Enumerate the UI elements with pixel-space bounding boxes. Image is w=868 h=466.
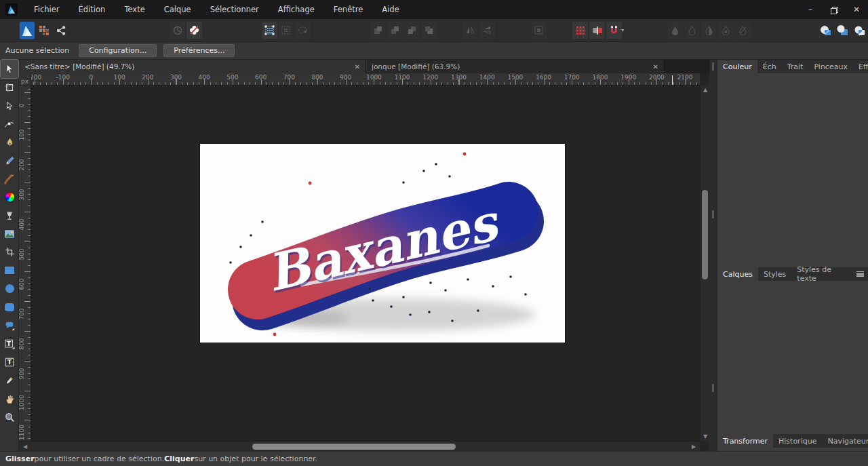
color-tab-effets[interactable]: Effets — [853, 60, 868, 73]
flip-horizontal-button[interactable] — [462, 22, 478, 39]
window-controls: – ✕ — [799, 0, 868, 19]
document-tab-sans[interactable]: <Sans titre> [Modifié] (49.7%)✕ — [19, 60, 366, 73]
ellipse-tool[interactable] — [1, 279, 18, 298]
fill-mode-button-4[interactable] — [718, 22, 734, 39]
hruler-label: 1400 — [479, 74, 495, 81]
move-backward-button[interactable] — [404, 22, 420, 39]
custom-shape-tool[interactable] — [1, 316, 18, 334]
move-to-back-button[interactable] — [421, 22, 437, 39]
snapping-caret-icon[interactable]: ▾ — [621, 27, 624, 33]
insert-behind-button[interactable] — [531, 22, 547, 39]
view-tool[interactable] — [1, 389, 18, 408]
pixel-persona-icon — [39, 25, 50, 36]
scroll-up-arrow[interactable]: ▲ — [701, 87, 710, 93]
fill-mode-button-3[interactable] — [701, 22, 717, 39]
pixel-persona-button[interactable] — [36, 22, 52, 39]
pen-tool[interactable] — [1, 133, 18, 151]
fill-mode-button-5[interactable] — [735, 22, 751, 39]
ruler-unit-corner[interactable]: px — [19, 73, 31, 85]
designer-persona-button[interactable] — [20, 22, 35, 39]
tab-title: jonque [Modifié] (63.9%) — [372, 62, 460, 71]
rounded-rectangle-tool[interactable] — [1, 298, 18, 316]
horizontal-scroll-thumb[interactable] — [252, 444, 456, 450]
marquee-drag-select-button[interactable] — [262, 22, 277, 39]
boolean-subtract-icon — [836, 24, 850, 37]
color-tab-ech[interactable]: Éch — [757, 60, 782, 73]
lasso-select-button[interactable] — [295, 22, 311, 39]
vertical-scrollbar[interactable]: ▲ ▼ — [700, 85, 709, 441]
menu-aide[interactable]: Aide — [372, 0, 408, 19]
point-transform-tool[interactable] — [1, 115, 18, 133]
vruler-label: 0 — [19, 98, 25, 112]
workspace: TT <Sans titre> [Modifié] (49.7%)✕jonque… — [0, 60, 868, 451]
restore-button[interactable] — [822, 0, 845, 19]
horizontal-scrollbar[interactable]: ◀ ▶ — [19, 441, 700, 451]
fill-tool[interactable] — [1, 188, 18, 206]
artboard-tool[interactable] — [1, 78, 18, 96]
layers-panel-menu-icon[interactable] — [856, 271, 864, 277]
marquee-touch-select-button[interactable] — [279, 22, 294, 39]
transform-tab-historique[interactable]: Historique — [773, 434, 822, 448]
pencil-tool[interactable] — [1, 151, 18, 170]
rectangle-tool[interactable] — [1, 261, 18, 279]
menu-fichier[interactable]: Fichier — [24, 0, 69, 19]
vruler-label: 300 — [19, 188, 25, 201]
export-persona-button[interactable] — [53, 22, 68, 39]
move-to-front-button[interactable] — [370, 22, 386, 39]
svg-text:T: T — [7, 340, 11, 347]
color-tab-couleur[interactable]: Couleur — [717, 60, 757, 73]
menu-affichage[interactable]: Affichage — [269, 0, 324, 19]
artboard[interactable]: Baxanes Baxanes — [200, 144, 565, 343]
boolean-add-button[interactable] — [818, 22, 833, 39]
menu-calque[interactable]: Calque — [155, 0, 201, 19]
layers-tab-calques[interactable]: Calques — [717, 267, 758, 281]
node-tool[interactable] — [1, 96, 18, 115]
guides-manager-button[interactable] — [589, 22, 605, 39]
color-picker-tool[interactable] — [1, 371, 18, 389]
baxanes-artwork: Baxanes Baxanes — [200, 144, 565, 343]
boolean-subtract-button[interactable] — [835, 22, 850, 39]
panel-grip — [712, 384, 714, 392]
move-forward-button[interactable] — [387, 22, 403, 39]
place-image-tool[interactable] — [1, 225, 18, 243]
guides-icon — [592, 25, 603, 36]
layers-tab-styles-de-texte[interactable]: Styles de texte — [791, 267, 856, 281]
vertical-scroll-thumb[interactable] — [702, 190, 708, 279]
scroll-right-arrow[interactable]: ▶ — [689, 444, 698, 450]
menu-fenetre[interactable]: Fenêtre — [324, 0, 372, 19]
boolean-intersect-button[interactable] — [852, 22, 867, 39]
vruler-label: 500 — [19, 248, 25, 261]
flip-vertical-button[interactable] — [479, 22, 495, 39]
rotate-canvas-button[interactable] — [170, 22, 185, 39]
canvas-viewport[interactable]: Baxanes Baxanes — [31, 85, 700, 441]
layers-tab-styles[interactable]: Styles — [758, 267, 791, 281]
transform-tab-navigateur[interactable]: Navigateur — [822, 434, 868, 448]
show-grid-button[interactable] — [572, 22, 588, 39]
frame-text-tool[interactable]: T — [1, 353, 18, 371]
snapping-button[interactable] — [186, 22, 202, 39]
transparency-tool[interactable] — [1, 206, 18, 225]
move-tool[interactable] — [1, 60, 18, 78]
vector-crop-tool[interactable] — [1, 243, 18, 261]
minimize-button[interactable]: – — [799, 0, 822, 19]
preferences-button[interactable]: Préférences... — [163, 44, 235, 57]
menu-edition[interactable]: Édition — [69, 0, 115, 19]
artistic-text-tool[interactable]: T — [1, 334, 18, 353]
close-button[interactable]: ✕ — [845, 0, 868, 19]
toggle-snapping-button[interactable] — [606, 22, 622, 39]
color-tab-trait[interactable]: Trait — [782, 60, 809, 73]
color-tab-pinceaux[interactable]: Pinceaux — [808, 60, 852, 73]
vector-brush-tool[interactable] — [1, 170, 18, 188]
fill-mode-button-1[interactable] — [667, 22, 683, 39]
tab-close-icon[interactable]: ✕ — [646, 63, 658, 71]
menu-selectionner[interactable]: Sélectionner — [201, 0, 269, 19]
fill-mode-button-2[interactable] — [684, 22, 700, 39]
transform-tab-transformer[interactable]: Transformer — [717, 434, 773, 448]
zoom-tool[interactable] — [1, 408, 18, 426]
scroll-left-arrow[interactable]: ◀ — [20, 444, 30, 450]
tab-close-icon[interactable]: ✕ — [348, 63, 360, 71]
configuration-button[interactable]: Configuration... — [79, 44, 157, 57]
menu-texte[interactable]: Texte — [115, 0, 154, 19]
document-tab-jonque[interactable]: jonque [Modifié] (63.9%)✕ — [366, 60, 665, 73]
scroll-down-arrow[interactable]: ▼ — [701, 433, 710, 440]
